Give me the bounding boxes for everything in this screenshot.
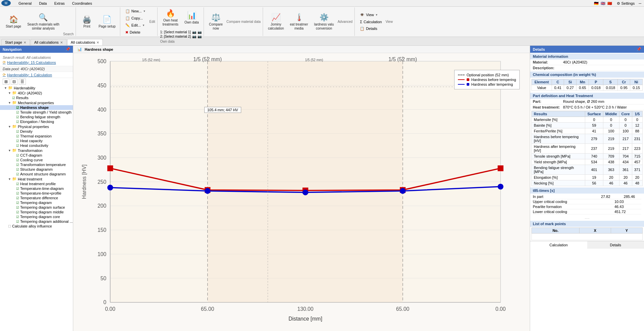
tab-all-calc-2-close[interactable]: ✕: [96, 41, 99, 44]
tab-all-calculations-2[interactable]: All calculations ✕: [67, 39, 103, 45]
results-row-value: 219: [603, 144, 619, 154]
tree-material-label: 40Cr (A20402): [18, 91, 42, 95]
menu-coordinates[interactable]: Coordinates: [69, 0, 96, 6]
tree-heat-conductivity[interactable]: ☑ Heat conductivity: [0, 143, 73, 148]
start-page-label: Start page: [6, 25, 21, 29]
edit-label: Edit...: [131, 23, 141, 27]
search-similar-button[interactable]: 🔍 Search materials with similar analysis: [25, 11, 62, 32]
start-page-button[interactable]: 🏠 Start page: [3, 13, 24, 30]
tree-action-3[interactable]: ☰: [19, 79, 26, 85]
description-label: Description:: [533, 66, 563, 70]
flag-de[interactable]: 🇩🇪: [594, 1, 599, 6]
tree-material-expand: ▼: [8, 91, 11, 95]
results-table: Results Surface Middle Core 1/5 Martensi…: [531, 111, 643, 186]
tree-heat-capacity[interactable]: ☑ Heat capacity: [0, 138, 73, 143]
tree-elongation[interactable]: ☑ Elongation / Necking: [0, 119, 73, 124]
hardness-shape-checkbox: ☑: [16, 106, 19, 110]
tree-cct[interactable]: ☑ CCT-diagram: [0, 153, 73, 158]
tree-tempering-surface[interactable]: ☑ Tempering diagram surface: [0, 205, 73, 210]
svg-point-46: [498, 184, 503, 190]
tree-results[interactable]: ☑ Results: [0, 95, 73, 100]
tree-hardness-shape[interactable]: ☑ Hardness shape: [0, 105, 73, 110]
tab-start-page-close[interactable]: ✕: [24, 41, 26, 44]
tree-temp-time-profile[interactable]: ☑ Temperature-time+profile: [0, 191, 73, 196]
edit-button[interactable]: ✏️ Edit... ▼: [123, 22, 148, 29]
tree-heat-treatment[interactable]: ▼ 📁 Heat treatment: [0, 176, 73, 181]
results-row-label: Ferrite/Perlite [%]: [532, 128, 585, 134]
tree-action-2[interactable]: ⊟: [11, 79, 17, 85]
print-button[interactable]: 🖨️ Print: [79, 13, 95, 30]
tree-density[interactable]: ☑ Density: [0, 129, 73, 134]
tree-heat-treatment-label: Heat treatment: [18, 177, 42, 181]
menu-extras[interactable]: Extras: [50, 0, 68, 6]
tree-temp-time[interactable]: ☑ Temperature-time-diagram: [0, 186, 73, 191]
toolbar-edit-group: 📋 New... ▼ 📋 Copy... ✏️ Edit... ▼ ✖ Dele…: [121, 7, 158, 36]
legend-before-label: Hardness before tempering: [471, 78, 516, 82]
tree-hardenability[interactable]: ▼ 📁 Hardenability: [0, 85, 73, 90]
tree-amount-struct[interactable]: ☑ Amount structure diagramm: [0, 172, 73, 176]
tree-tempering-middle[interactable]: ☑ Tempering diagram middle: [0, 210, 73, 214]
heat-treatment-label: Heat treatment:: [533, 105, 563, 109]
minimize-button[interactable]: ─: [639, 1, 641, 5]
delete-button[interactable]: ✖ Delete: [123, 29, 148, 36]
results-table-row: Bainite [%]590012: [532, 123, 643, 128]
results-table-row: Martensite [%]0000: [532, 117, 643, 123]
tree-mechanical[interactable]: ▼ 📁 Mechanical properties: [0, 100, 73, 105]
chart-svg[interactable]: 500 450 400 350 300 250 200 150 100 50 0…: [77, 56, 520, 331]
tree-alloy-influence[interactable]: ☐ Calculate alloy influence: [0, 224, 73, 229]
tree-trans-temp[interactable]: ☑ Transformation temperature: [0, 162, 73, 167]
svg-text:200: 200: [97, 203, 106, 209]
view-button[interactable]: 👁️ View ▼: [357, 12, 384, 18]
tree-trans-temp-label: Transformation temperature: [20, 163, 66, 167]
tree-ht-profile[interactable]: ☑ Heat treatment profile: [0, 181, 73, 186]
tree-material[interactable]: ▼ 📁 40Cr (A20402): [0, 90, 73, 95]
tab-all-calc-1-close[interactable]: ✕: [60, 41, 63, 44]
right-panel-header: Details 📌: [530, 46, 644, 53]
tab-calculation[interactable]: Calculation: [530, 241, 587, 249]
tree-physical[interactable]: ▼ 📁 Physical properties: [0, 124, 73, 129]
temp-time-checkbox: ☑: [16, 187, 19, 191]
tree-action-1[interactable]: ⊞: [3, 79, 9, 85]
t85-row: Upper critical cooling10.03: [533, 199, 641, 204]
calculation-view-button[interactable]: Σ Calculation: [357, 19, 384, 25]
settings-button[interactable]: ⚙ Settings: [617, 1, 635, 6]
sidebar-pin-icon[interactable]: 📌: [66, 47, 70, 51]
flag-cn[interactable]: 🇨🇳: [607, 1, 612, 6]
tree-tempering-diag[interactable]: ☑ Tempering diagram: [0, 200, 73, 205]
chart-container[interactable]: 1/5 (52 mm) 1/5 (52 mm) 105.4 mm; 447 HV…: [73, 53, 530, 331]
menu-data[interactable]: Data: [35, 0, 50, 6]
hardenability-calc-link[interactable]: ⟳ Hardenability: 1 Calculation: [3, 73, 70, 77]
own-heat-icon: 🔥: [166, 9, 175, 18]
tree-thermal[interactable]: ☑ Thermal expansion: [0, 134, 73, 138]
own-heat-button[interactable]: 🔥 Own heat treatments: [160, 7, 181, 28]
compare-now-button[interactable]: ⚖️ Compare now: [207, 11, 225, 32]
hardness-conversion-button[interactable]: ⚙️ lardness valu conversion: [312, 11, 336, 32]
page-setup-button[interactable]: 📄 Page setup: [96, 13, 118, 30]
chem-col-p: P: [589, 79, 603, 85]
own-data-button[interactable]: 📊 Own data: [182, 7, 201, 28]
heat-treatment-media-button[interactable]: 🌡️ eat treatmer media: [288, 11, 310, 32]
hardenability-link[interactable]: ⟳ Hardenability: 15 Calculations: [3, 60, 70, 65]
tree-cooling-curve[interactable]: ☑ Cooling curve: [0, 158, 73, 162]
copy-button[interactable]: 📋 Copy...: [123, 15, 148, 22]
tab-start-page[interactable]: Start page ✕: [1, 39, 30, 45]
menu-general[interactable]: General: [15, 0, 35, 6]
sigma-icon: Σ: [360, 20, 362, 24]
tree-tempering-core[interactable]: ☑ Tempering diagram core: [0, 214, 73, 219]
tree-transformation[interactable]: ▼ 📁 Transformation: [0, 148, 73, 153]
tree-expand-icon: ▼: [4, 86, 7, 90]
copy-label: Copy...: [131, 16, 143, 20]
details-view-button[interactable]: 📋 Details: [357, 26, 384, 32]
pin-details-icon[interactable]: 📌: [637, 47, 641, 51]
tab-all-calculations-1[interactable]: All calculations ✕: [31, 39, 67, 45]
tree-structure-diag[interactable]: ☑ Structure diagramm: [0, 167, 73, 172]
tree-temp-diff[interactable]: ☑ Temperature difference: [0, 196, 73, 200]
new-button[interactable]: 📋 New... ▼: [123, 8, 148, 14]
flag-gb[interactable]: 🇬🇧: [601, 1, 605, 6]
tree-tempering-additional[interactable]: ☑ Tempering diagram additional ...: [0, 219, 73, 224]
tab-details[interactable]: Details: [587, 241, 644, 249]
right-panel: Details 📌 Material information Material:…: [530, 46, 644, 331]
tree-tensile[interactable]: ☑ Tensile strength / Yield strength: [0, 110, 73, 115]
jominy-button[interactable]: 📈 Jominy calculation: [266, 11, 286, 32]
tree-bending[interactable]: ☑ Bending fatigue strength: [0, 115, 73, 119]
